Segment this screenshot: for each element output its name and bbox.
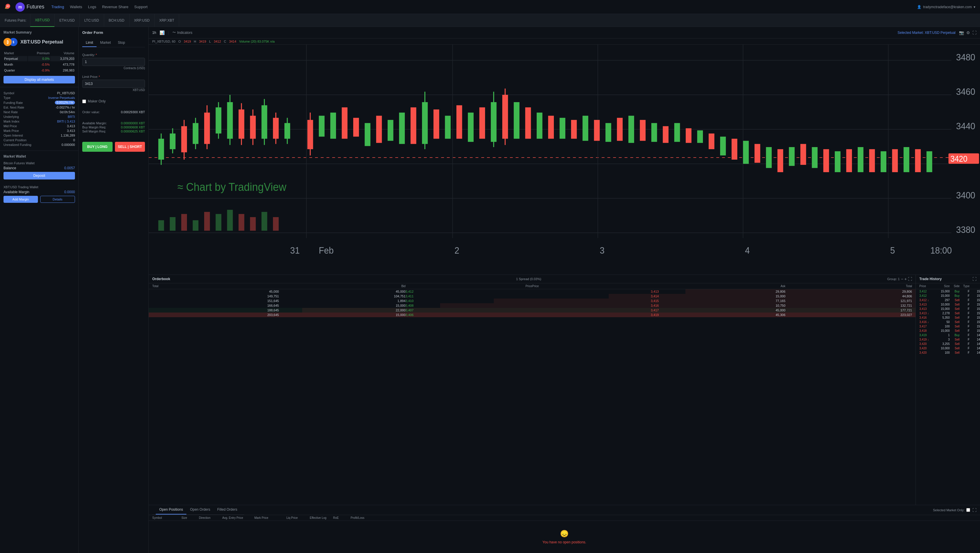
trade-row: 3,416 5,350 Sell F 15:00:35: [916, 316, 980, 320]
limit-price-input[interactable]: [82, 80, 145, 88]
col-total-bid: Total: [152, 285, 279, 288]
cell-price-bid: 3,406: [406, 313, 532, 317]
pair-ltc-usd[interactable]: LTC:USD: [80, 14, 104, 27]
trade-row: 3,419 ↓ 3 Sell F 14:41:20: [916, 337, 980, 342]
col-mark-price: Mark Price: [255, 516, 286, 520]
nav-support[interactable]: Support: [134, 3, 148, 10]
user-menu[interactable]: 👤 tradymctradeface@kraken.com ▾: [917, 5, 975, 9]
notification-bell[interactable]: 🔔 40: [5, 5, 9, 9]
table-row[interactable]: Month -0.5% 473,778: [4, 62, 75, 67]
fullscreen-button[interactable]: ⛶: [972, 30, 977, 35]
pair-xrp-usd[interactable]: XRP:USD: [129, 14, 154, 27]
nav-wallets[interactable]: Wallets: [70, 3, 82, 10]
orderbook-row[interactable]: 149,751 104,751 3,411 3,414 15,000 44,80…: [149, 294, 916, 298]
tab-filled-orders[interactable]: Filled Orders: [214, 505, 241, 515]
tab-open-positions[interactable]: Open Positions: [156, 505, 186, 515]
close-label: C: [224, 40, 226, 43]
orderbook-spread: 1 Spread (0.03%): [516, 277, 541, 281]
svg-rect-72: [560, 118, 566, 139]
balance-label: Balance: [3, 166, 16, 170]
trade-buttons: BUY | LONG SELL | SHORT: [82, 142, 145, 152]
svg-rect-114: [204, 212, 210, 231]
trade-price: 3,412: [920, 294, 934, 297]
add-margin-button[interactable]: Add Margin: [3, 196, 38, 203]
maker-only-label[interactable]: Maker Only: [88, 99, 106, 103]
cell-price-bid: 3,407: [406, 308, 532, 312]
pair-bch-usd[interactable]: BCH:USD: [104, 14, 129, 27]
svg-rect-120: [273, 217, 279, 231]
chart-volume: Volume (20) 83.075K n/a: [239, 40, 275, 43]
svg-rect-66: [514, 102, 519, 139]
orderbook-row[interactable]: 203,645 15,000 3,406 3,419 45,306 223,02…: [149, 312, 916, 317]
orderbook-group-minus[interactable]: −: [901, 277, 903, 281]
indicators-button[interactable]: 〜 Indicators: [172, 30, 192, 35]
details-button[interactable]: Details: [40, 196, 75, 203]
orderbook-row[interactable]: 151,645 1,894 3,410 3,415 77,165 121,971: [149, 298, 916, 303]
trade-size: 3,255: [935, 342, 950, 346]
timeframe-1h[interactable]: 1h: [152, 31, 156, 35]
trade-size: 100: [935, 351, 950, 354]
chart-type-icon[interactable]: 📊: [159, 30, 164, 35]
display-all-markets-button[interactable]: Display all markets: [3, 76, 75, 83]
sell-short-button[interactable]: SELL | SHORT: [115, 142, 145, 152]
trade-row: 3,420 100 Sell F 14:36:03: [916, 351, 980, 355]
svg-rect-95: [800, 144, 806, 165]
orderbook-row[interactable]: 45,000 45,000 3,412 3,413 29,806 29,806: [149, 289, 916, 294]
table-row[interactable]: Perpetual 0.0% 3,379,203: [4, 56, 75, 61]
settings-button[interactable]: ⚙: [966, 30, 970, 35]
selected-market-only-checkbox[interactable]: [966, 508, 970, 512]
col-roe: RoE: [333, 516, 351, 520]
cell-ask: 29,806: [659, 290, 786, 293]
quantity-input[interactable]: [82, 58, 145, 66]
nav-logs[interactable]: Logs: [88, 3, 96, 10]
orderbook-group-plus[interactable]: +: [904, 277, 907, 281]
pair-xbt-usd[interactable]: XBT:USD: [30, 14, 55, 27]
user-email: tradymctradeface@kraken.com: [923, 5, 972, 9]
chart-low: 3412: [214, 40, 221, 43]
deposit-button[interactable]: Deposit: [3, 172, 75, 180]
cell-ask: 77,165: [659, 299, 786, 303]
chart-main: 1h 📊 | 〜 Indicators Selected Market: XBT…: [149, 27, 980, 553]
svg-text:2: 2: [454, 245, 459, 256]
trade-type: F: [961, 316, 969, 319]
svg-rect-47: [353, 118, 359, 137]
order-value-value: 0.00029300 XBT: [121, 110, 145, 114]
tab-open-orders[interactable]: Open Orders: [186, 505, 213, 515]
table-row[interactable]: Quarter -0.9% 298,983: [4, 68, 75, 73]
orderbook-row[interactable]: 166,645 15,000 3,408 3,416 10,750 132,72…: [149, 303, 916, 308]
cell-price-ask: 3,415: [532, 299, 659, 303]
xbt-wallet-name: XBT:USD Trading Wallet: [3, 185, 75, 189]
trade-side: Sell: [951, 298, 959, 302]
svg-rect-119: [262, 212, 267, 231]
type-value: Inverse Perpetuals: [48, 96, 75, 99]
svg-rect-117: [239, 214, 244, 231]
trade-time: 15:02:56: [970, 294, 980, 297]
info-row-current-position: Current Position 0: [3, 138, 75, 142]
market-summary: Market Summary ₿ $ XBT:USD Perpetual Mar…: [0, 27, 78, 87]
trade-history-fullscreen[interactable]: ⛶: [972, 277, 977, 281]
sell-margin-value: 0.00000625 XBT: [121, 129, 145, 133]
bottom-fullscreen-button[interactable]: ⛶: [972, 508, 977, 512]
pair-eth-usd[interactable]: ETH:USD: [54, 14, 80, 27]
wallet-actions: Add Margin Details: [3, 196, 75, 203]
trade-row: 3,420 10,000 Sell F 14:36:03: [916, 346, 980, 351]
svg-text:3480: 3480: [956, 52, 975, 63]
maker-only-checkbox[interactable]: [82, 99, 86, 103]
market-name: Perpetual: [4, 56, 27, 61]
open-interest-label: Open Interest: [3, 134, 23, 137]
pair-xrp-xbt[interactable]: XRP:XBT: [154, 14, 179, 27]
tab-stop[interactable]: Stop: [115, 39, 129, 47]
available-margin-row: Available Margin: 0.00000000 XBT: [82, 121, 145, 125]
buy-long-button[interactable]: BUY | LONG: [82, 142, 113, 152]
sell-margin-row: Sell Margin Req: 0.00000625 XBT: [82, 129, 145, 133]
tab-market[interactable]: Market: [97, 39, 115, 47]
screenshot-button[interactable]: 📷: [959, 30, 964, 35]
nav-trading[interactable]: Trading: [51, 3, 64, 10]
nav-revenue-share[interactable]: Revenue Share: [102, 3, 128, 10]
tab-limit[interactable]: Limit: [82, 39, 97, 47]
bottom-actions: Selected Market Only: ⛶: [933, 506, 977, 514]
col-liq-price: Liq Price: [286, 516, 310, 520]
col-profit-loss: Profit/Loss: [351, 516, 380, 520]
orderbook-row[interactable]: 188,645 22,000 3,407 3,417 45,000 177,72…: [149, 308, 916, 312]
orderbook-fullscreen[interactable]: ⛶: [908, 277, 912, 281]
